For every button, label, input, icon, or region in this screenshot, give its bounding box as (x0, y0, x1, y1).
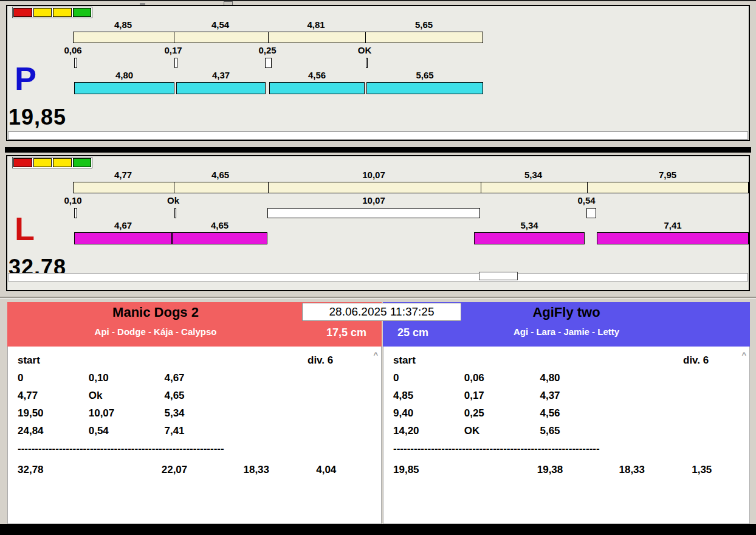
lane-l-panel: 4,77 4,65 10,07 5,34 7,95 0,10 Ok 10,07 … (6, 155, 750, 291)
dog-run-bar (172, 232, 267, 244)
light-red (13, 158, 32, 167)
cell-split: 5,65 (540, 422, 619, 440)
dog-run-bar (474, 232, 585, 244)
cell-split: 4,65 (164, 387, 243, 404)
cell-split: 4,80 (540, 369, 619, 387)
section-divider (0, 297, 756, 299)
cell-split: 5,34 (164, 404, 243, 422)
table-row: 0 0,10 4,67 (8, 369, 381, 387)
crossing-tick (174, 208, 176, 218)
jump-height: 25 cm (397, 326, 428, 339)
split-time-label: 4,85 (73, 19, 173, 30)
crossing-time: OK (346, 45, 383, 55)
dog-run-bar (176, 82, 266, 94)
split-time-label: 10,07 (267, 170, 480, 180)
split-time-label: 7,95 (586, 170, 749, 180)
cell-cross: 10,07 (89, 404, 162, 422)
split-time-label: 5,65 (365, 19, 483, 30)
light-yellow (33, 8, 52, 17)
crossing-tick (265, 58, 272, 68)
cell-cumulative: 4,85 (393, 387, 461, 404)
lane-total-time: 19,85 (9, 105, 66, 130)
missed-run-box (267, 208, 480, 218)
cell-cumulative: 4,77 (18, 387, 86, 404)
table-row: 0 0,06 4,80 (383, 369, 749, 387)
segment-divider (268, 182, 269, 193)
team-dogs: Agi - Lara - Jamie - Letty (383, 326, 750, 337)
table-row: 19,50 10,07 5,34 (8, 404, 381, 422)
start-label: start (18, 354, 40, 366)
cell-best: 18,33 (619, 461, 689, 478)
lane-label: L (15, 212, 35, 245)
lane-p-panel: 4,85 4,54 4,81 5,65 0,06 0,17 0,25 OK 4,… (6, 5, 750, 141)
crossing-time: 0,25 (249, 45, 286, 55)
cell-cross: Ok (89, 387, 162, 404)
table-row: 4,77 Ok 4,65 (8, 387, 381, 404)
cell-split: 7,41 (164, 422, 243, 440)
separator-row: ----------------------------------------… (383, 440, 749, 457)
table-header-row: start div. 6 (8, 351, 381, 369)
start-label: start (393, 354, 416, 366)
cell-cross: 0,10 (89, 369, 162, 387)
light-yellow (53, 8, 72, 17)
segment-divider (365, 32, 366, 43)
table-row: 24,84 0,54 7,41 (8, 422, 381, 440)
dog-time-label: 4,65 (172, 220, 267, 230)
table-row: 9,40 0,25 4,56 (383, 404, 749, 422)
cell-cross: OK (464, 422, 537, 440)
right-results-table: ^ start div. 6 0 0,06 4,80 4,85 0,17 4,3… (383, 347, 750, 524)
segment-divider (174, 182, 174, 193)
cell-cumulative: 0 (393, 369, 461, 387)
table-header-row: start div. 6 (383, 351, 749, 369)
crossing-time: 0,06 (55, 45, 91, 55)
cell-cumulative: 0 (18, 369, 86, 387)
team-dogs: Api - Dodge - Kája - Calypso (7, 326, 304, 337)
status-strip (8, 131, 748, 140)
split-time-label: 4,54 (173, 19, 267, 30)
split-time-label: 5,34 (480, 170, 586, 180)
separator-row: ----------------------------------------… (8, 440, 381, 457)
lane-separator (5, 147, 751, 153)
cell-cross: 0,06 (464, 369, 537, 387)
totals-row: 19,85 19,38 18,33 1,35 (383, 461, 749, 478)
split-time-label: 4,77 (73, 170, 173, 180)
dog-run-bar (366, 82, 483, 94)
split-bar (73, 32, 483, 43)
start-lights (12, 7, 92, 18)
segment-divider (268, 32, 269, 43)
jump-height: 17,5 cm (326, 326, 366, 339)
crossing-tick (174, 58, 177, 68)
cell-cumulative: 19,50 (18, 404, 86, 422)
crossing-tick (74, 208, 77, 218)
cell-split: 4,56 (540, 404, 619, 422)
cell-sum-splits: 22,07 (162, 461, 241, 478)
start-lights (12, 157, 92, 168)
segment-divider (481, 182, 481, 193)
cell-split: 4,37 (540, 387, 619, 404)
dog-run-bar (74, 232, 172, 244)
cell-cumulative: 9,40 (393, 404, 461, 422)
light-green (73, 158, 92, 167)
crossing-time: 0,54 (568, 195, 605, 205)
dog-run-bar (74, 82, 174, 94)
dog-time-label: 5,65 (366, 70, 483, 80)
light-green (73, 8, 92, 17)
cell-cross: 0,25 (464, 404, 537, 422)
table-row: 4,85 0,17 4,37 (383, 387, 749, 404)
cell-cumulative: 24,84 (18, 422, 86, 440)
cell-diff: 4,04 (316, 464, 336, 475)
timestamp: 28.06.2025 11:37:25 (302, 303, 461, 321)
lane-label: P (15, 62, 36, 95)
cell-cross: 0,17 (464, 387, 537, 404)
table-row: 14,20 OK 5,65 (383, 422, 749, 440)
cell-best: 18,33 (243, 461, 313, 478)
crossing-time: Ok (155, 195, 191, 205)
team-name: Manic Dogs 2 (7, 305, 304, 320)
totals-row: 32,78 22,07 18,33 4,04 (8, 461, 381, 478)
status-marker-box (479, 272, 518, 280)
dog-run-bar (597, 232, 749, 244)
dog-time-label: 5,34 (474, 220, 585, 230)
cell-diff: 1,35 (692, 464, 712, 475)
separator-dashes: ----------------------------------------… (393, 443, 600, 454)
crossing-time: 10,07 (356, 195, 392, 205)
